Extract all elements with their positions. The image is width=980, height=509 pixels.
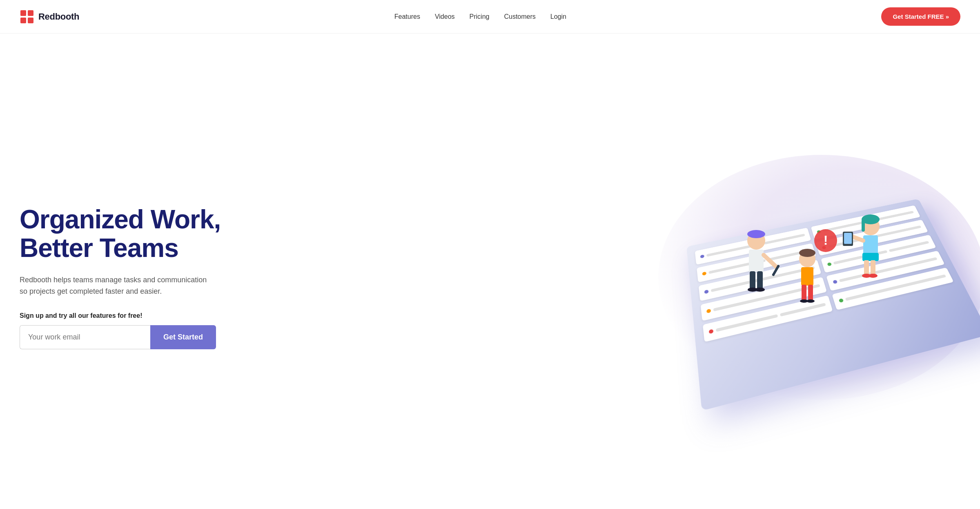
nav-features[interactable]: Features — [394, 13, 420, 20]
brand-name: Redbooth — [38, 11, 79, 22]
board-wrapper — [686, 199, 980, 411]
nav-cta-button[interactable]: Get Started FREE » — [881, 7, 960, 26]
nav-pricing[interactable]: Pricing — [470, 13, 490, 20]
email-input[interactable] — [20, 325, 150, 349]
svg-rect-3 — [28, 18, 33, 23]
hero-title: Organized Work, Better Teams — [20, 205, 220, 263]
hero-section: Organized Work, Better Teams Redbooth he… — [0, 33, 980, 509]
svg-rect-0 — [20, 10, 26, 16]
get-started-button[interactable]: Get Started — [150, 325, 216, 349]
nav-videos[interactable]: Videos — [435, 13, 455, 20]
board-inner — [686, 199, 964, 352]
hero-subtitle: Redbooth helps teams manage tasks and co… — [20, 274, 216, 298]
nav-links: Features Videos Pricing Customers Login — [394, 13, 566, 20]
navbar: Redbooth Features Videos Pricing Custome… — [0, 0, 980, 33]
logo-icon — [20, 9, 34, 24]
nav-login[interactable]: Login — [550, 13, 566, 20]
nav-customers[interactable]: Customers — [504, 13, 535, 20]
hero-illustration: ! — [220, 171, 960, 384]
svg-rect-2 — [20, 18, 26, 23]
signup-form: Get Started — [20, 325, 220, 349]
hero-content: Organized Work, Better Teams Redbooth he… — [20, 205, 220, 349]
illustration-container: ! — [675, 171, 960, 384]
logo-link[interactable]: Redbooth — [20, 9, 79, 24]
svg-rect-1 — [28, 10, 33, 16]
signup-label: Sign up and try all our features for fre… — [20, 312, 220, 319]
